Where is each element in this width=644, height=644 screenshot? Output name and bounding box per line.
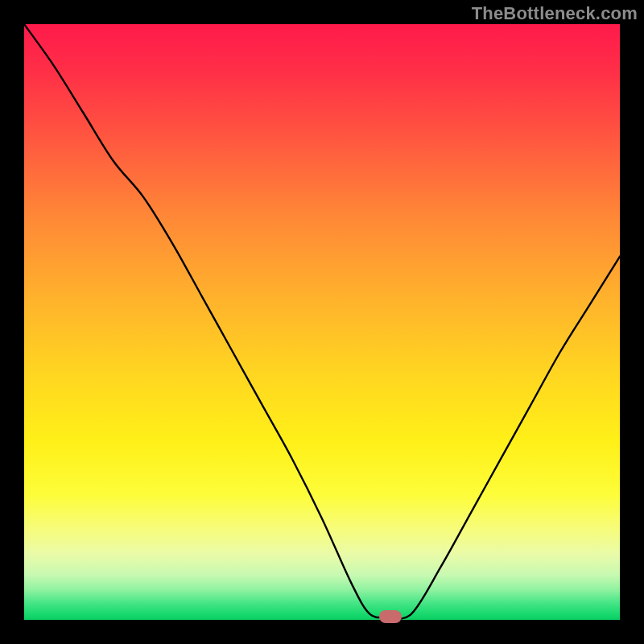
optimal-marker <box>379 610 402 623</box>
plot-area <box>24 24 620 620</box>
bottleneck-curve <box>24 24 620 620</box>
watermark-text: TheBottleneck.com <box>472 3 638 24</box>
chart-frame: TheBottleneck.com <box>0 0 644 644</box>
